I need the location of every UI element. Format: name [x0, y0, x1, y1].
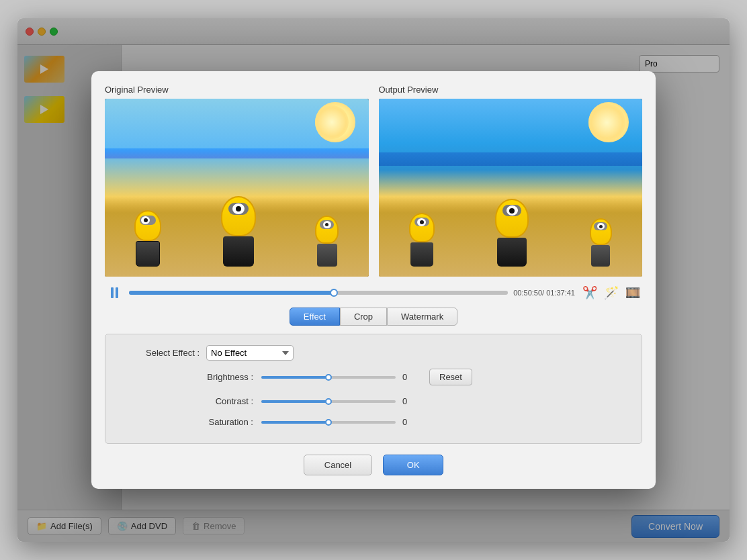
original-preview-label: Original Preview: [105, 85, 369, 95]
tab-crop[interactable]: Crop: [340, 308, 387, 326]
pause-bar-right: [116, 287, 118, 298]
saturation-label: Saturation :: [119, 417, 253, 427]
ok-button[interactable]: OK: [383, 455, 443, 475]
minion-5: [495, 199, 529, 267]
original-scene: [105, 99, 369, 277]
sliders-container: Brightness : 0 Reset Contrast :: [119, 369, 628, 432]
minion-4: [409, 213, 435, 267]
output-preview-pane: Output Preview: [379, 85, 643, 277]
tab-effect[interactable]: Effect: [290, 308, 340, 326]
preview-section: Original Preview: [105, 85, 642, 277]
select-effect-row: Select Effect : No Effect Grayscale Sepi…: [119, 345, 628, 361]
time-current: 00:50:50: [513, 289, 542, 297]
progress-fill: [129, 291, 334, 295]
time-display: 00:50:50/ 01:37:41: [513, 289, 575, 297]
sun-2: [588, 104, 625, 141]
sun: [315, 105, 349, 139]
saturation-row: Saturation : 0: [119, 417, 628, 427]
output-scene: [379, 99, 643, 277]
character-group-2: [379, 199, 643, 267]
brightness-fill: [261, 376, 328, 379]
modal-dialog: Original Preview: [91, 71, 656, 489]
minion-6: [590, 218, 612, 267]
app-window: Pro MP4 AVI 📁 Add File(s) 💿 Add DVD 🗑 Re…: [17, 18, 730, 542]
output-preview-label: Output Preview: [379, 85, 643, 95]
time-total: 01:37:41: [546, 289, 575, 297]
brightness-slider[interactable]: [261, 376, 396, 379]
contrast-thumb: [325, 398, 332, 405]
ocean-stripe-2: [379, 152, 643, 166]
brightness-thumb: [325, 374, 332, 381]
minion-1: [134, 210, 161, 267]
brightness-row: Brightness : 0 Reset: [119, 369, 628, 385]
tab-watermark[interactable]: Watermark: [387, 308, 457, 326]
reset-button[interactable]: Reset: [429, 369, 472, 385]
saturation-value: 0: [402, 417, 416, 427]
playback-controls: 00:50:50/ 01:37:41 ✂️ 🪄 🎞️: [105, 283, 642, 302]
ocean-stripe: [105, 148, 369, 158]
minion-2: [221, 196, 256, 267]
contrast-fill: [261, 400, 328, 403]
contrast-value: 0: [402, 396, 416, 406]
output-preview-video: [379, 99, 643, 277]
contrast-label: Contrast :: [119, 396, 253, 406]
contrast-row: Contrast : 0: [119, 396, 628, 406]
progress-bar[interactable]: [129, 291, 508, 295]
minion-3: [315, 216, 339, 267]
brightness-value: 0: [402, 372, 416, 382]
modal-overlay: Original Preview: [17, 18, 730, 542]
film-icon[interactable]: 🎞️: [623, 283, 642, 302]
pause-bar-left: [111, 287, 114, 298]
contrast-slider[interactable]: [261, 400, 396, 403]
brightness-label: Brightness :: [119, 372, 253, 382]
modal-buttons: Cancel OK: [105, 455, 642, 475]
select-effect-label: Select Effect :: [119, 348, 200, 358]
pause-button[interactable]: [105, 283, 124, 302]
effect-select[interactable]: No Effect Grayscale Sepia Negative Blur: [206, 345, 294, 361]
cancel-button[interactable]: Cancel: [304, 455, 372, 475]
progress-thumb: [330, 289, 338, 297]
character-group: [105, 196, 369, 267]
original-preview-video: [105, 99, 369, 277]
saturation-fill: [261, 421, 328, 424]
scissors-icon[interactable]: ✂️: [580, 283, 599, 302]
saturation-thumb: [325, 419, 332, 426]
wand-icon[interactable]: 🪄: [602, 283, 621, 302]
original-preview-pane: Original Preview: [105, 85, 369, 277]
effect-panel: Select Effect : No Effect Grayscale Sepi…: [105, 334, 642, 444]
tool-icons: ✂️ 🪄 🎞️: [580, 283, 642, 302]
effect-tabs: Effect Crop Watermark: [105, 308, 642, 326]
saturation-slider[interactable]: [261, 421, 396, 424]
